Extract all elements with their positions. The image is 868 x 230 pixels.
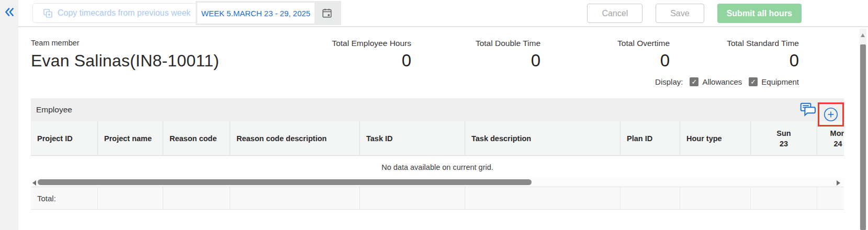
- save-button[interactable]: Save: [656, 4, 704, 23]
- total-cell: [98, 187, 163, 209]
- total-cell: [621, 187, 680, 209]
- allowances-label: Allowances: [702, 77, 742, 86]
- scroll-up-arrow[interactable]: [861, 33, 865, 37]
- annotation-highlight-box: [818, 102, 844, 126]
- grid-total-row: Total:: [31, 187, 844, 210]
- chevrons-left-icon: [4, 7, 15, 17]
- submit-all-hours-button[interactable]: Submit all hours: [717, 4, 802, 23]
- collapse-sidebar-button[interactable]: [3, 5, 16, 19]
- display-label: Display:: [655, 77, 683, 86]
- stat-value: 0: [670, 51, 799, 71]
- column-header-task-id: Task ID: [360, 121, 465, 155]
- add-row-button[interactable]: [824, 107, 838, 122]
- column-header-plan-id: Plan ID: [621, 121, 680, 155]
- totals-summary: Total Employee Hours 0 Total Double Time…: [282, 39, 799, 71]
- stat-total-employee-hours: Total Employee Hours 0: [282, 39, 411, 71]
- stat-value: 0: [540, 51, 670, 71]
- total-label-cell: Total:: [31, 187, 98, 209]
- week-selector: WEEK 5.MARCH 23 - 29, 2025: [196, 1, 341, 25]
- left-rail: [0, 0, 18, 230]
- scroll-right-arrow[interactable]: [837, 180, 840, 186]
- total-cell: [751, 187, 817, 209]
- stat-label: Total Employee Hours: [282, 39, 411, 48]
- allowances-checkbox[interactable]: [690, 77, 698, 86]
- equipment-checkbox-group[interactable]: Equipment: [749, 77, 799, 86]
- horizontal-scrollbar: [31, 178, 844, 187]
- total-cell: [360, 187, 465, 209]
- toolbar-actions: Cancel Save Submit all hours: [587, 4, 802, 23]
- stat-label: Total Double Time: [411, 39, 540, 48]
- top-toolbar: Copy timecards from previous week WEEK 5…: [18, 0, 868, 27]
- stat-label: Total Overtime: [540, 39, 670, 48]
- employee-panel-header: Employee: [31, 98, 844, 121]
- empty-grid-message: No data available on current grid.: [381, 163, 493, 171]
- plus-circle-icon: [824, 107, 838, 122]
- stat-total-overtime: Total Overtime 0: [540, 39, 670, 71]
- copy-plus-icon: [43, 8, 53, 18]
- column-header-project-name: Project name: [98, 121, 163, 155]
- stat-total-double-time: Total Double Time 0: [411, 39, 540, 71]
- column-header-project-id: Project ID: [31, 121, 98, 155]
- stat-total-standard-time: Total Standard Time 0: [670, 39, 799, 71]
- column-header-reason-code-description: Reason code description: [230, 121, 360, 155]
- allowances-checkbox-group[interactable]: Allowances: [690, 77, 742, 86]
- copy-timecards-button[interactable]: Copy timecards from previous week: [32, 3, 201, 23]
- column-header-sun: Sun23: [751, 121, 817, 155]
- vertical-scrollbar: [860, 29, 866, 230]
- horizontal-scrollbar-thumb[interactable]: [38, 179, 532, 185]
- scroll-left-arrow[interactable]: [32, 180, 36, 186]
- column-header-reason-code: Reason code: [163, 121, 230, 155]
- total-cell: [163, 187, 230, 209]
- main-content: Team member Evan Salinas(IN8-10011) Tota…: [18, 27, 868, 230]
- stat-value: 0: [411, 51, 540, 71]
- chat-bubbles-icon: [800, 102, 816, 117]
- team-member-block: Team member Evan Salinas(IN8-10011): [31, 39, 219, 71]
- copy-timecards-label: Copy timecards from previous week: [58, 8, 190, 18]
- week-selector-value[interactable]: WEEK 5.MARCH 23 - 29, 2025: [197, 3, 314, 24]
- total-cell: [465, 187, 621, 209]
- team-member-label: Team member: [31, 39, 219, 47]
- grid-header: Project IDProject nameReason codeReason …: [31, 121, 844, 156]
- display-options: Display: Allowances Equipment: [655, 77, 799, 86]
- total-cell: [817, 187, 844, 209]
- employee-panel-title: Employee: [36, 105, 72, 114]
- vertical-scrollbar-thumb[interactable]: [860, 44, 866, 230]
- employee-panel: Employee: [31, 98, 844, 210]
- column-header-task-description: Task description: [465, 121, 621, 155]
- grid-body: No data available on current grid.: [31, 156, 844, 178]
- equipment-checkbox[interactable]: [749, 77, 758, 86]
- column-header-hour-type: Hour type: [680, 121, 751, 155]
- timecard-page: Copy timecards from previous week WEEK 5…: [0, 0, 868, 230]
- equipment-label: Equipment: [761, 77, 799, 86]
- stat-label: Total Standard Time: [670, 39, 799, 48]
- total-cell: [680, 187, 751, 209]
- total-cell: [230, 187, 360, 209]
- calendar-picker-button[interactable]: [314, 3, 340, 24]
- calendar-icon: [321, 7, 333, 19]
- team-member-name: Evan Salinas(IN8-10011): [31, 51, 219, 71]
- cancel-button[interactable]: Cancel: [587, 4, 642, 23]
- comments-button[interactable]: [800, 102, 816, 117]
- stat-value: 0: [282, 51, 411, 71]
